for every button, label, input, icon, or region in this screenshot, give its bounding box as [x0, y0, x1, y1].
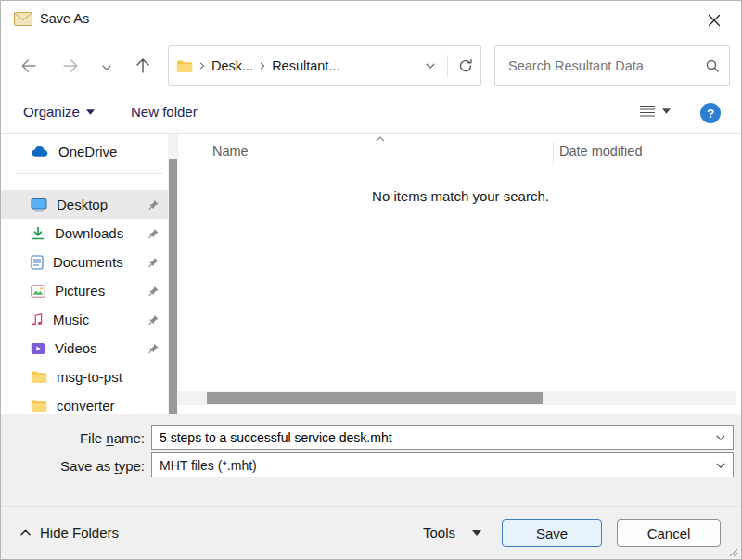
sidebar-item-desktop[interactable]: Desktop	[1, 190, 168, 219]
sidebar-item-label: Desktop	[57, 197, 108, 212]
sidebar-item-label: Videos	[55, 340, 97, 356]
chevron-right-icon	[198, 61, 207, 70]
refresh-button[interactable]	[458, 58, 473, 73]
file-fields-panel: File name: Save as type: MHT files (*.mh…	[1, 414, 741, 506]
sidebar-item-pictures[interactable]: Pictures	[1, 276, 168, 305]
list-view-icon	[639, 105, 656, 118]
chevron-down-icon	[472, 530, 481, 536]
search-input[interactable]	[508, 58, 705, 73]
column-header-date-modified[interactable]: Date modified	[559, 144, 642, 159]
sidebar-item-onedrive[interactable]: OneDrive	[1, 137, 168, 166]
organize-label: Organize	[23, 104, 80, 120]
downloads-icon	[31, 226, 45, 241]
new-folder-label: New folder	[131, 104, 198, 120]
onedrive-icon	[31, 146, 49, 158]
sort-ascending-icon	[375, 135, 386, 143]
folder-icon	[31, 399, 47, 413]
chevron-down-icon	[100, 61, 113, 74]
folder-icon	[31, 370, 47, 384]
pin-icon	[147, 256, 160, 268]
desktop-icon	[31, 197, 47, 212]
forward-icon	[60, 56, 81, 76]
chevron-down-icon	[662, 108, 671, 114]
file-name-input[interactable]	[151, 425, 734, 450]
chevron-down-icon[interactable]	[715, 462, 726, 469]
sidebar-item-label: msg-to-pst	[57, 369, 122, 385]
sidebar-item-music[interactable]: Music	[1, 305, 168, 334]
organize-button[interactable]: Organize	[23, 104, 95, 120]
file-list: Name Date modified No items match your s…	[178, 134, 742, 414]
column-header-name[interactable]: Name	[212, 144, 249, 159]
navigation-pane: OneDrive Desktop Downloads	[1, 134, 168, 414]
breadcrumb-item-desktop[interactable]: Desk...	[211, 58, 253, 73]
save-as-type-label: Save as type:	[1, 458, 145, 474]
forward-button[interactable]	[58, 53, 83, 79]
help-button[interactable]: ?	[700, 103, 721, 123]
column-divider[interactable]	[553, 142, 554, 163]
pin-icon	[147, 313, 160, 325]
address-divider	[447, 55, 448, 77]
pin-icon	[147, 285, 160, 297]
chevron-up-icon	[19, 528, 32, 537]
pin-icon	[147, 198, 160, 210]
tools-button[interactable]: Tools	[423, 525, 481, 541]
new-folder-button[interactable]: New folder	[131, 104, 198, 120]
close-icon	[708, 14, 721, 27]
search-box	[494, 45, 730, 86]
horizontal-scrollbar[interactable]	[178, 391, 736, 405]
main-area: OneDrive Desktop Downloads	[1, 134, 742, 414]
file-name-field	[151, 425, 734, 450]
pictures-icon	[31, 285, 45, 298]
command-toolbar: Organize New folder ?	[1, 94, 741, 134]
back-button[interactable]	[16, 53, 42, 79]
hide-folders-button[interactable]: Hide Folders	[19, 525, 119, 541]
sidebar-item-documents[interactable]: Documents	[1, 248, 168, 276]
sidebar-scrollbar[interactable]	[168, 134, 178, 414]
mail-icon	[14, 12, 32, 26]
music-icon	[31, 312, 44, 327]
view-options-button[interactable]	[639, 105, 671, 118]
save-as-type-select[interactable]: MHT files (*.mht)	[151, 452, 734, 477]
documents-icon	[31, 255, 44, 270]
recent-locations-button[interactable]	[94, 55, 120, 81]
help-icon: ?	[707, 107, 714, 121]
sidebar-item-msg-to-pst[interactable]: msg-to-pst	[1, 363, 168, 391]
sidebar-item-label: Pictures	[55, 283, 105, 299]
sidebar-item-label: Music	[53, 312, 89, 327]
sidebar-item-label: Documents	[53, 254, 123, 270]
window-title: Save As	[40, 11, 89, 26]
sidebar-item-videos[interactable]: Videos	[1, 334, 168, 363]
sidebar-scrollbar-thumb[interactable]	[169, 159, 177, 414]
folder-icon	[176, 59, 193, 73]
file-name-label: File name:	[1, 430, 145, 446]
save-as-dialog: Save As Desk...	[0, 0, 742, 560]
horizontal-scrollbar-thumb[interactable]	[207, 392, 543, 404]
pin-icon	[147, 227, 160, 239]
chevron-down-icon	[86, 109, 95, 115]
chevron-right-icon	[258, 61, 267, 70]
chevron-down-icon[interactable]	[715, 434, 726, 441]
up-arrow-icon	[133, 56, 153, 76]
sidebar-item-downloads[interactable]: Downloads	[1, 219, 168, 248]
save-as-type-field: MHT files (*.mht)	[151, 452, 734, 477]
resize-grip[interactable]	[727, 546, 738, 557]
videos-icon	[31, 342, 45, 355]
hide-folders-label: Hide Folders	[40, 525, 119, 541]
title-bar: Save As	[1, 1, 741, 38]
close-button[interactable]	[700, 8, 728, 32]
address-dropdown-button[interactable]	[424, 59, 437, 72]
sidebar-item-label: OneDrive	[58, 144, 117, 159]
save-button[interactable]: Save	[502, 519, 602, 547]
tools-label: Tools	[423, 525, 455, 541]
address-bar: Desk... Resultant...	[168, 45, 481, 86]
breadcrumb-item-resultant[interactable]: Resultant...	[272, 58, 339, 73]
search-button[interactable]	[705, 58, 720, 73]
pin-icon	[147, 342, 160, 354]
up-button[interactable]	[130, 53, 156, 79]
save-as-type-value: MHT files (*.mht)	[160, 458, 257, 473]
sidebar-item-label: Downloads	[55, 225, 123, 241]
sidebar-divider	[16, 173, 162, 174]
dialog-footer: Hide Folders Tools Save Cancel	[1, 506, 741, 559]
cancel-button[interactable]: Cancel	[617, 519, 721, 547]
empty-folder-message: No items match your search.	[178, 188, 742, 204]
